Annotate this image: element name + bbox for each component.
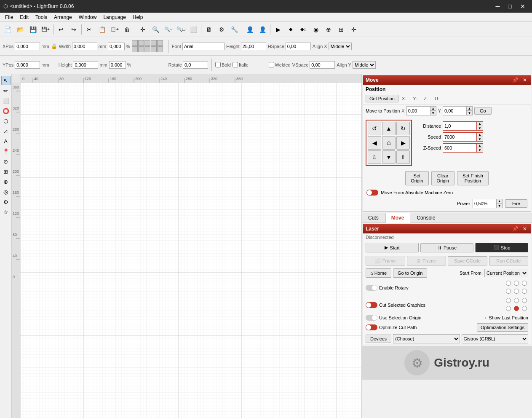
menu-edit[interactable]: Edit xyxy=(16,13,32,21)
start-button[interactable]: ▶ Start xyxy=(366,243,419,252)
contour-tool[interactable]: ◎ xyxy=(1,187,11,196)
radio-4-1[interactable] xyxy=(506,306,511,311)
fire-button[interactable]: Fire xyxy=(505,199,527,208)
bold-checkbox[interactable] xyxy=(215,62,221,67)
align-x-select[interactable]: Middle xyxy=(329,43,352,50)
right-button[interactable]: ▶ xyxy=(396,136,410,150)
move-y-down[interactable]: ▼ xyxy=(466,111,472,115)
radio-3-1[interactable] xyxy=(506,298,511,303)
delete-button[interactable]: 🗑 xyxy=(121,24,133,35)
radio-3-2[interactable] xyxy=(514,298,519,303)
ellipse-tool[interactable]: ⭕ xyxy=(1,106,11,115)
stop-button[interactable]: ⬛ Stop xyxy=(475,243,528,252)
radio-1-1[interactable] xyxy=(506,281,511,286)
height2-input[interactable] xyxy=(241,43,266,50)
save-button[interactable]: 💾 xyxy=(27,24,39,35)
width-input[interactable] xyxy=(72,43,97,50)
save-gcode-button[interactable]: Save GCode xyxy=(448,256,487,265)
select-tool[interactable]: ↖ xyxy=(1,76,11,85)
pct2-input[interactable] xyxy=(109,61,126,69)
plus-button[interactable]: ✛ xyxy=(348,24,360,35)
menu-arrange[interactable]: Arrange xyxy=(51,13,75,21)
zspeed-up[interactable]: ▲ xyxy=(477,144,483,148)
move-close-button[interactable]: ✕ xyxy=(521,77,528,83)
zoom-in-button[interactable]: 🔍 xyxy=(150,24,161,35)
tab-console[interactable]: Console xyxy=(410,213,441,222)
new-button[interactable]: 📄 xyxy=(2,24,13,35)
go-to-origin-button[interactable]: Go to Origin xyxy=(393,268,427,278)
clear-origin-button[interactable]: ClearOrigin xyxy=(431,171,454,185)
user1-button[interactable]: 👤 xyxy=(244,24,256,35)
star-tool[interactable]: ☆ xyxy=(1,207,11,217)
polygon-tool[interactable]: ⬡ xyxy=(1,116,11,126)
pause-button[interactable]: ⏸ Pause xyxy=(420,243,473,252)
pct1-input[interactable] xyxy=(108,43,125,50)
menu-file[interactable]: File xyxy=(2,13,16,21)
laser-close-button[interactable]: ✕ xyxy=(521,226,528,232)
hspace-input[interactable] xyxy=(286,43,311,50)
close-button[interactable]: ✕ xyxy=(517,2,529,11)
optimization-settings-button[interactable]: Optimization Settings xyxy=(477,323,528,332)
tab-cuts[interactable]: Cuts xyxy=(362,213,385,222)
move-x-down[interactable]: ▼ xyxy=(430,111,436,115)
boolean-tool[interactable]: ⊕ xyxy=(1,177,11,186)
set-finish-button[interactable]: Set FinishPosition xyxy=(457,171,489,185)
select-button[interactable]: ⬜ xyxy=(187,24,199,35)
rect-tool[interactable]: ⬜ xyxy=(1,96,11,105)
shape1-button[interactable]: ◆ xyxy=(285,24,297,35)
move-pin-button[interactable]: 📌 xyxy=(511,77,520,83)
radio-2-2[interactable] xyxy=(514,289,519,294)
settings-button[interactable]: ⚙ xyxy=(216,24,227,35)
height-input[interactable] xyxy=(73,61,98,69)
align-button[interactable]: ⊕ xyxy=(323,24,334,35)
zspeed-input[interactable] xyxy=(443,144,477,152)
home-center-button[interactable]: ⌂ xyxy=(382,136,396,150)
main-canvas[interactable] xyxy=(20,83,361,418)
xpos-input[interactable] xyxy=(15,43,40,50)
distance-up[interactable]: ▲ xyxy=(477,122,483,126)
distance-input[interactable] xyxy=(443,122,477,130)
polyline-tool[interactable]: ⊿ xyxy=(1,126,11,136)
paste-button[interactable]: 📋+ xyxy=(109,24,120,35)
add-button[interactable]: ✛ xyxy=(137,24,149,35)
frame1-button[interactable]: ⬜ Frame xyxy=(366,256,405,265)
cut-button[interactable]: ✂ xyxy=(83,24,95,35)
cut-selected-toggle[interactable] xyxy=(366,302,377,308)
vspace-input[interactable] xyxy=(310,61,335,69)
tab-move[interactable]: Move xyxy=(385,213,411,223)
machine-select[interactable]: Gistroy (GRBL) xyxy=(462,334,528,343)
italic-checkbox[interactable] xyxy=(233,62,238,67)
lock-icon[interactable]: 🔒 xyxy=(51,43,57,49)
z-down-button[interactable]: ⇩ xyxy=(368,150,381,164)
align-y-select[interactable]: Middle xyxy=(353,61,376,69)
radio-3-3[interactable] xyxy=(522,298,527,303)
text-tool[interactable]: A xyxy=(1,137,11,146)
save-as-button[interactable]: 💾+ xyxy=(40,24,51,35)
laser-pin-button[interactable]: 📌 xyxy=(511,226,520,232)
draw-tool[interactable]: ✏ xyxy=(1,86,11,95)
power-down[interactable]: ▼ xyxy=(496,204,502,208)
down-button[interactable]: ▼ xyxy=(382,150,396,164)
minimize-button[interactable]: ─ xyxy=(492,2,503,11)
move-x-up[interactable]: ▲ xyxy=(430,107,436,111)
display-button[interactable]: 🖥 xyxy=(203,24,215,35)
power-input[interactable] xyxy=(473,199,496,208)
radio-1-2[interactable] xyxy=(514,281,519,286)
rotate-ccw-button[interactable]: ↺ xyxy=(368,122,381,135)
measure-tool[interactable]: ⊙ xyxy=(1,157,11,166)
zspeed-down[interactable]: ▼ xyxy=(477,148,483,152)
menu-tools[interactable]: Tools xyxy=(32,13,51,21)
radio-1-3[interactable] xyxy=(522,281,527,286)
rotate-cw-button[interactable]: ↻ xyxy=(396,122,410,135)
pin-tool[interactable]: 📍 xyxy=(1,147,11,156)
menu-window[interactable]: Window xyxy=(75,13,100,21)
frame2-button[interactable]: ◎ Frame xyxy=(407,256,446,265)
open-button[interactable]: 📂 xyxy=(14,24,26,35)
play-button[interactable]: ▶ xyxy=(272,24,284,35)
move-y-up[interactable]: ▲ xyxy=(466,107,472,111)
up-button[interactable]: ▲ xyxy=(382,122,396,135)
font-input[interactable] xyxy=(182,43,225,50)
go-button[interactable]: Go xyxy=(474,107,492,115)
redo-button[interactable]: ↪ xyxy=(68,24,80,35)
menu-language[interactable]: Language xyxy=(100,13,129,21)
